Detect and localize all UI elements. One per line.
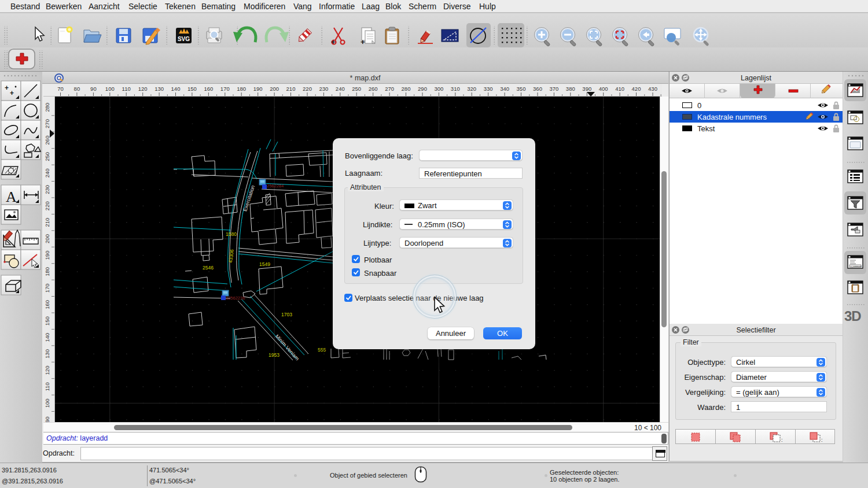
svg-text:150: 150: [187, 86, 197, 92]
svg-text:1703: 1703: [281, 312, 292, 317]
svg-text:70: 70: [57, 86, 64, 92]
svg-text::: :: [781, 437, 783, 443]
svg-text:160: 160: [44, 300, 50, 309]
svg-text:1580: 1580: [226, 231, 237, 237]
svg-text:310: 310: [451, 86, 460, 92]
svg-text:260: 260: [369, 86, 378, 92]
svg-text:1549: 1549: [259, 261, 270, 267]
svg-text:140: 140: [44, 333, 50, 342]
svg-text:220: 220: [303, 86, 312, 92]
svg-text:1953: 1953: [269, 352, 279, 358]
svg-text:180: 180: [44, 267, 50, 276]
svg-text:410: 410: [615, 86, 624, 92]
svg-text:390: 390: [582, 86, 591, 92]
svg-text:430: 430: [648, 86, 657, 92]
svg-text:100: 100: [105, 86, 115, 92]
svg-text:120: 120: [44, 366, 50, 375]
svg-text:+: +: [361, 38, 365, 46]
svg-text:240: 240: [44, 168, 50, 178]
svg-text:+: +: [331, 38, 336, 46]
svg-text:160: 160: [204, 86, 213, 92]
svg-text:+: +: [5, 84, 9, 92]
svg-text:110: 110: [122, 86, 131, 92]
svg-text:270: 270: [385, 86, 394, 92]
svg-text:180: 180: [237, 86, 246, 92]
svg-text:100: 100: [44, 398, 50, 408]
svg-text:210: 210: [286, 86, 296, 92]
svg-text:2562284: 2562284: [267, 183, 284, 188]
svg-text:250: 250: [352, 86, 361, 92]
svg-text:170: 170: [44, 283, 50, 293]
svg-text:+: +: [10, 89, 14, 97]
svg-text:400: 400: [599, 86, 608, 92]
svg-text:110: 110: [44, 382, 50, 391]
svg-text:190: 190: [253, 86, 263, 92]
svg-text:A: A: [6, 188, 17, 205]
svg-text:360: 360: [533, 86, 542, 92]
svg-text:270: 270: [44, 119, 50, 128]
svg-text:170: 170: [220, 86, 230, 92]
svg-text:150: 150: [44, 316, 50, 326]
svg-text:c_command: c_command: [851, 265, 862, 268]
svg-text:SVG: SVG: [178, 36, 190, 42]
svg-text:130: 130: [44, 349, 50, 358]
svg-text:80: 80: [74, 86, 80, 92]
svg-text:280: 280: [402, 86, 411, 92]
svg-text:210: 210: [44, 218, 50, 227]
svg-text:230: 230: [319, 86, 328, 92]
svg-text:370: 370: [549, 86, 558, 92]
svg-text:290: 290: [418, 86, 427, 92]
svg-text:380: 380: [566, 86, 575, 92]
svg-text:90: 90: [90, 86, 97, 92]
svg-text:140: 140: [171, 86, 181, 92]
svg-text:340: 340: [500, 86, 509, 92]
svg-text:250: 250: [44, 152, 50, 161]
svg-text:320: 320: [467, 86, 476, 92]
svg-text:260: 260: [44, 136, 50, 145]
svg-text:200: 200: [270, 86, 279, 92]
svg-text:130: 130: [155, 86, 164, 92]
svg-text:120: 120: [138, 86, 148, 92]
svg-text:300: 300: [434, 86, 443, 92]
svg-text:555: 555: [318, 347, 326, 353]
svg-text:230: 230: [44, 185, 50, 194]
svg-text:420: 420: [632, 86, 641, 92]
svg-text:200: 200: [44, 234, 50, 243]
svg-text:220: 220: [44, 201, 50, 210]
svg-text:280: 280: [44, 103, 50, 112]
svg-text:90: 90: [44, 417, 50, 422]
svg-text::: :: [821, 437, 823, 443]
svg-text:2546: 2546: [203, 265, 214, 271]
svg-text:350: 350: [517, 86, 526, 92]
svg-text:190: 190: [44, 251, 50, 260]
svg-text:240: 240: [336, 86, 345, 92]
svg-text:330: 330: [484, 86, 493, 92]
